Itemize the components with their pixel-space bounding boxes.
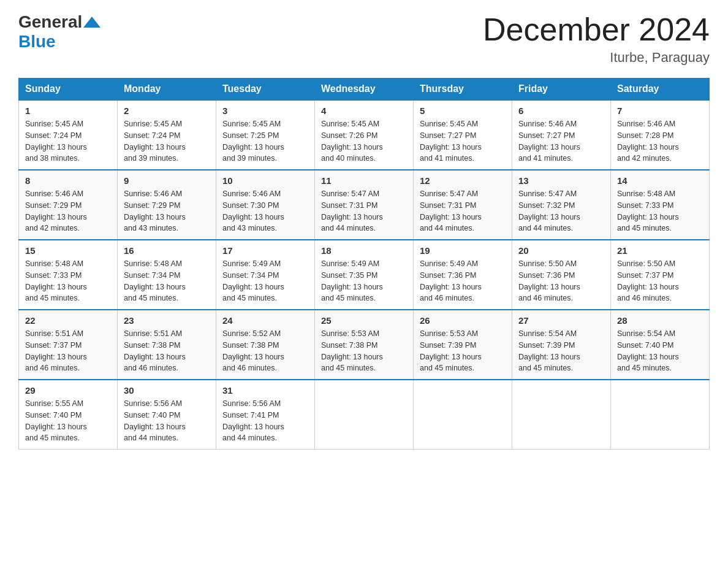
calendar-cell: 22Sunrise: 5:51 AMSunset: 7:37 PMDayligh… <box>19 310 118 380</box>
logo-triangle-icon <box>83 17 100 28</box>
calendar-week-row: 22Sunrise: 5:51 AMSunset: 7:37 PMDayligh… <box>19 310 710 380</box>
day-number: 4 <box>321 105 407 116</box>
day-info: Sunrise: 5:54 AMSunset: 7:39 PMDaylight:… <box>518 328 604 374</box>
calendar-cell: 19Sunrise: 5:49 AMSunset: 7:36 PMDayligh… <box>414 240 512 310</box>
day-number: 20 <box>518 245 604 256</box>
month-title: December 2024 <box>483 12 710 47</box>
calendar-cell: 4Sunrise: 5:45 AMSunset: 7:26 PMDaylight… <box>315 100 414 170</box>
calendar-cell <box>414 380 512 450</box>
day-number: 8 <box>25 175 111 186</box>
calendar-cell: 20Sunrise: 5:50 AMSunset: 7:36 PMDayligh… <box>512 240 611 310</box>
calendar-cell: 30Sunrise: 5:56 AMSunset: 7:40 PMDayligh… <box>118 380 216 450</box>
day-info: Sunrise: 5:45 AMSunset: 7:26 PMDaylight:… <box>321 118 407 164</box>
day-number: 17 <box>222 245 308 256</box>
calendar-cell: 16Sunrise: 5:48 AMSunset: 7:34 PMDayligh… <box>118 240 216 310</box>
day-info: Sunrise: 5:50 AMSunset: 7:36 PMDaylight:… <box>518 258 604 304</box>
calendar-table: SundayMondayTuesdayWednesdayThursdayFrid… <box>18 78 710 450</box>
day-number: 14 <box>617 175 703 186</box>
logo: General Blue <box>18 12 102 52</box>
day-info: Sunrise: 5:45 AMSunset: 7:27 PMDaylight:… <box>420 118 506 164</box>
calendar-cell: 1Sunrise: 5:45 AMSunset: 7:24 PMDaylight… <box>19 100 118 170</box>
page-header: General Blue December 2024 Iturbe, Parag… <box>18 12 710 66</box>
day-number: 18 <box>321 245 407 256</box>
weekday-header-row: SundayMondayTuesdayWednesdayThursdayFrid… <box>19 79 710 101</box>
day-info: Sunrise: 5:53 AMSunset: 7:38 PMDaylight:… <box>321 328 407 374</box>
day-info: Sunrise: 5:46 AMSunset: 7:29 PMDaylight:… <box>25 188 111 234</box>
day-number: 16 <box>124 245 210 256</box>
weekday-header-sunday: Sunday <box>19 79 118 101</box>
day-number: 6 <box>518 105 604 116</box>
calendar-cell: 25Sunrise: 5:53 AMSunset: 7:38 PMDayligh… <box>315 310 414 380</box>
day-info: Sunrise: 5:46 AMSunset: 7:29 PMDaylight:… <box>124 188 210 234</box>
calendar-week-row: 29Sunrise: 5:55 AMSunset: 7:40 PMDayligh… <box>19 380 710 450</box>
calendar-cell: 28Sunrise: 5:54 AMSunset: 7:40 PMDayligh… <box>611 310 710 380</box>
weekday-header-friday: Friday <box>512 79 611 101</box>
calendar-cell: 9Sunrise: 5:46 AMSunset: 7:29 PMDaylight… <box>118 170 216 240</box>
day-number: 2 <box>124 105 210 116</box>
calendar-cell: 13Sunrise: 5:47 AMSunset: 7:32 PMDayligh… <box>512 170 611 240</box>
day-number: 10 <box>222 175 308 186</box>
day-info: Sunrise: 5:50 AMSunset: 7:37 PMDaylight:… <box>617 258 703 304</box>
calendar-cell: 24Sunrise: 5:52 AMSunset: 7:38 PMDayligh… <box>216 310 315 380</box>
calendar-cell: 27Sunrise: 5:54 AMSunset: 7:39 PMDayligh… <box>512 310 611 380</box>
calendar-cell <box>315 380 414 450</box>
day-info: Sunrise: 5:52 AMSunset: 7:38 PMDaylight:… <box>222 328 308 374</box>
calendar-cell: 14Sunrise: 5:48 AMSunset: 7:33 PMDayligh… <box>611 170 710 240</box>
weekday-header-saturday: Saturday <box>611 79 710 101</box>
weekday-header-wednesday: Wednesday <box>315 79 414 101</box>
day-info: Sunrise: 5:46 AMSunset: 7:27 PMDaylight:… <box>518 118 604 164</box>
day-info: Sunrise: 5:45 AMSunset: 7:24 PMDaylight:… <box>25 118 111 164</box>
day-number: 27 <box>518 315 604 326</box>
calendar-cell: 26Sunrise: 5:53 AMSunset: 7:39 PMDayligh… <box>414 310 512 380</box>
day-info: Sunrise: 5:48 AMSunset: 7:34 PMDaylight:… <box>124 258 210 304</box>
day-info: Sunrise: 5:49 AMSunset: 7:34 PMDaylight:… <box>222 258 308 304</box>
calendar-week-row: 15Sunrise: 5:48 AMSunset: 7:33 PMDayligh… <box>19 240 710 310</box>
calendar-cell: 3Sunrise: 5:45 AMSunset: 7:25 PMDaylight… <box>216 100 315 170</box>
day-info: Sunrise: 5:49 AMSunset: 7:35 PMDaylight:… <box>321 258 407 304</box>
day-info: Sunrise: 5:46 AMSunset: 7:30 PMDaylight:… <box>222 188 308 234</box>
weekday-header-monday: Monday <box>118 79 216 101</box>
calendar-cell: 11Sunrise: 5:47 AMSunset: 7:31 PMDayligh… <box>315 170 414 240</box>
day-number: 5 <box>420 105 506 116</box>
calendar-week-row: 1Sunrise: 5:45 AMSunset: 7:24 PMDaylight… <box>19 100 710 170</box>
day-number: 23 <box>124 315 210 326</box>
weekday-header-thursday: Thursday <box>414 79 512 101</box>
calendar-cell: 10Sunrise: 5:46 AMSunset: 7:30 PMDayligh… <box>216 170 315 240</box>
day-number: 1 <box>25 105 111 116</box>
day-info: Sunrise: 5:56 AMSunset: 7:40 PMDaylight:… <box>124 398 210 444</box>
calendar-cell: 23Sunrise: 5:51 AMSunset: 7:38 PMDayligh… <box>118 310 216 380</box>
day-number: 30 <box>124 385 210 396</box>
day-number: 11 <box>321 175 407 186</box>
day-info: Sunrise: 5:45 AMSunset: 7:24 PMDaylight:… <box>124 118 210 164</box>
day-info: Sunrise: 5:56 AMSunset: 7:41 PMDaylight:… <box>222 398 308 444</box>
day-info: Sunrise: 5:55 AMSunset: 7:40 PMDaylight:… <box>25 398 111 444</box>
calendar-cell: 31Sunrise: 5:56 AMSunset: 7:41 PMDayligh… <box>216 380 315 450</box>
day-info: Sunrise: 5:47 AMSunset: 7:32 PMDaylight:… <box>518 188 604 234</box>
day-number: 12 <box>420 175 506 186</box>
day-info: Sunrise: 5:48 AMSunset: 7:33 PMDaylight:… <box>617 188 703 234</box>
day-number: 24 <box>222 315 308 326</box>
calendar-cell: 18Sunrise: 5:49 AMSunset: 7:35 PMDayligh… <box>315 240 414 310</box>
calendar-week-row: 8Sunrise: 5:46 AMSunset: 7:29 PMDaylight… <box>19 170 710 240</box>
day-number: 22 <box>25 315 111 326</box>
calendar-cell: 15Sunrise: 5:48 AMSunset: 7:33 PMDayligh… <box>19 240 118 310</box>
day-number: 26 <box>420 315 506 326</box>
day-info: Sunrise: 5:51 AMSunset: 7:38 PMDaylight:… <box>124 328 210 374</box>
calendar-cell: 2Sunrise: 5:45 AMSunset: 7:24 PMDaylight… <box>118 100 216 170</box>
day-number: 28 <box>617 315 703 326</box>
calendar-cell <box>611 380 710 450</box>
calendar-cell: 7Sunrise: 5:46 AMSunset: 7:28 PMDaylight… <box>611 100 710 170</box>
day-number: 29 <box>25 385 111 396</box>
day-number: 25 <box>321 315 407 326</box>
day-number: 9 <box>124 175 210 186</box>
calendar-cell: 5Sunrise: 5:45 AMSunset: 7:27 PMDaylight… <box>414 100 512 170</box>
logo-general-text: General <box>18 12 82 32</box>
logo-blue-text: Blue <box>18 32 56 52</box>
calendar-cell: 8Sunrise: 5:46 AMSunset: 7:29 PMDaylight… <box>19 170 118 240</box>
day-number: 3 <box>222 105 308 116</box>
title-area: December 2024 Iturbe, Paraguay <box>483 12 710 66</box>
day-info: Sunrise: 5:47 AMSunset: 7:31 PMDaylight:… <box>420 188 506 234</box>
weekday-header-tuesday: Tuesday <box>216 79 315 101</box>
day-number: 13 <box>518 175 604 186</box>
day-number: 7 <box>617 105 703 116</box>
